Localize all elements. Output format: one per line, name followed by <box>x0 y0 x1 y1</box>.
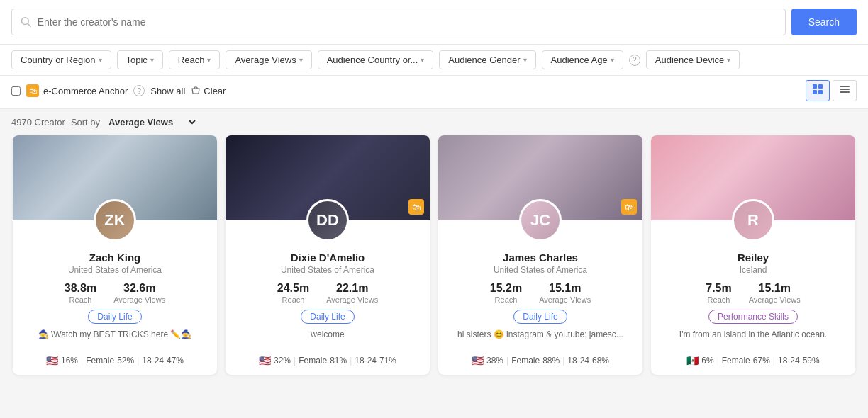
female-label: Female <box>299 356 327 366</box>
sort-select[interactable]: Average Views Reach Engagement Rate <box>106 116 198 128</box>
card-body: Dixie D'Amelio United States of America … <box>226 242 430 375</box>
tag-row: Daily Life <box>23 310 207 324</box>
search-input[interactable] <box>38 16 777 28</box>
card-body: James Charles United States of America 1… <box>438 242 642 375</box>
creator-card[interactable]: 🛍 JC James Charles United States of Amer… <box>438 135 642 375</box>
avatar: R <box>732 199 774 242</box>
age-pct: 47% <box>167 356 184 366</box>
view-toggle <box>806 80 857 101</box>
svg-rect-2 <box>813 84 817 89</box>
creator-tag[interactable]: Daily Life <box>88 310 141 324</box>
clear-button[interactable]: Clear <box>191 86 226 96</box>
audience-pct: 6% <box>701 356 713 366</box>
svg-rect-7 <box>840 89 850 90</box>
chevron-down-icon: ▾ <box>207 56 211 64</box>
creator-card[interactable]: R Reiley Iceland 7.5m Reach 15.1m Averag… <box>651 135 855 375</box>
creator-bio: hi sisters 😊 instagram & youtube: jamesc… <box>448 329 633 349</box>
tag-row: Daily Life <box>235 310 420 324</box>
creator-bio: 🧙 \Watch my BEST TRICKS here ✏️🧙 <box>23 329 207 349</box>
reach-label: Reach <box>65 295 96 304</box>
audience-flag: 🇺🇸 <box>472 355 484 366</box>
filter-reach[interactable]: Reach ▾ <box>169 50 221 69</box>
grid-view-button[interactable] <box>806 80 830 101</box>
list-view-button[interactable] <box>833 80 857 101</box>
filter-country-region[interactable]: Country or Region ▾ <box>11 50 111 69</box>
avg-views-label: Average Views <box>326 295 378 304</box>
avg-views-label: Average Views <box>749 295 801 304</box>
creator-card[interactable]: 🛍 DD Dixie D'Amelio United States of Ame… <box>226 135 430 375</box>
creator-country: United States of America <box>235 265 420 275</box>
avg-views-value: 32.6m <box>113 282 165 295</box>
audience-row: 🇺🇸 32% | Female 81% | 18-24 71% <box>235 355 420 366</box>
filter-audience-age[interactable]: Audience Age ▾ <box>542 50 623 69</box>
avatar: ZK <box>94 199 136 242</box>
creator-card[interactable]: ZK Zach King United States of America 38… <box>13 135 217 375</box>
ecommerce-help-icon[interactable]: ? <box>133 85 145 96</box>
card-body: Zach King United States of America 38.8m… <box>13 242 217 375</box>
card-body: Reiley Iceland 7.5m Reach 15.1m Average … <box>651 242 855 375</box>
reach-label: Reach <box>706 295 731 304</box>
audience-row: 🇺🇸 38% | Female 88% | 18-24 68% <box>448 355 633 366</box>
audience-pct: 16% <box>61 356 78 366</box>
creator-name: Reiley <box>661 252 845 264</box>
avatar-wrap: JC <box>438 199 642 242</box>
filter-audience-gender[interactable]: Audience Gender ▾ <box>439 50 535 69</box>
creator-tag[interactable]: Daily Life <box>301 310 354 324</box>
avatar-wrap: DD <box>226 199 430 242</box>
checkbox-row: 🛍 e-Commerce Anchor ? Show all Clear <box>0 76 868 109</box>
svg-rect-3 <box>818 84 823 89</box>
filter-avg-views[interactable]: Average Views ▾ <box>226 50 311 69</box>
show-all-button[interactable]: Show all <box>150 86 185 96</box>
female-label: Female <box>86 356 114 366</box>
creator-tag[interactable]: Performance Skills <box>708 310 798 324</box>
svg-rect-5 <box>818 90 823 94</box>
grid-icon <box>812 84 823 95</box>
chevron-down-icon: ▾ <box>611 56 614 64</box>
tag-row: Daily Life <box>448 310 633 324</box>
stats-row: 38.8m Reach 32.6m Average Views <box>23 282 207 304</box>
filter-audience-country[interactable]: Audience Country or... ▾ <box>318 50 434 69</box>
audience-flag: 🇲🇽 <box>686 355 699 366</box>
audience-flag: 🇺🇸 <box>259 355 271 366</box>
reach-stat: 15.2m Reach <box>490 282 522 304</box>
avg-views-stat: 32.6m Average Views <box>113 282 165 304</box>
reach-value: 7.5m <box>706 282 731 295</box>
search-bar-row: Search <box>0 0 868 45</box>
cards-grid: ZK Zach King United States of America 38… <box>0 135 868 392</box>
creator-tag[interactable]: Daily Life <box>513 310 567 324</box>
reach-stat: 24.5m Reach <box>277 282 309 304</box>
audience-age-help-icon[interactable]: ? <box>629 55 640 66</box>
list-icon <box>839 84 850 95</box>
creator-name: Zach King <box>23 252 207 264</box>
age-range: 18-24 <box>355 356 377 366</box>
sort-label: Sort by <box>71 117 100 128</box>
ecommerce-checkbox[interactable] <box>11 86 21 96</box>
age-range: 18-24 <box>142 356 164 366</box>
female-label: Female <box>511 356 540 366</box>
creator-bio: I'm from an island in the Atlantic ocean… <box>661 329 845 349</box>
reach-value: 15.2m <box>490 282 522 295</box>
filter-topic[interactable]: Topic ▾ <box>117 50 163 69</box>
avatar: JC <box>519 199 562 242</box>
creator-bio: welcome <box>235 329 420 349</box>
female-pct: 67% <box>753 356 770 366</box>
creator-country: United States of America <box>448 265 633 275</box>
filter-audience-device[interactable]: Audience Device ▾ <box>646 50 740 69</box>
reach-label: Reach <box>277 295 309 304</box>
svg-rect-6 <box>840 86 850 87</box>
search-icon <box>21 16 32 28</box>
search-button[interactable]: Search <box>791 9 857 35</box>
avatar: DD <box>306 199 349 242</box>
stats-row: 15.2m Reach 15.1m Average Views <box>448 282 633 304</box>
avatar-wrap: R <box>651 199 855 242</box>
results-bar: 4970 Creator Sort by Average Views Reach… <box>0 109 868 135</box>
chevron-down-icon: ▾ <box>150 56 154 64</box>
creator-country: Iceland <box>661 265 845 275</box>
svg-line-1 <box>28 23 30 26</box>
chevron-down-icon: ▾ <box>299 56 303 64</box>
age-range: 18-24 <box>778 356 800 366</box>
chevron-down-icon: ▾ <box>99 56 102 64</box>
age-pct: 59% <box>803 356 820 366</box>
creator-name: James Charles <box>448 252 633 264</box>
ecommerce-icon: 🛍 <box>26 84 39 97</box>
